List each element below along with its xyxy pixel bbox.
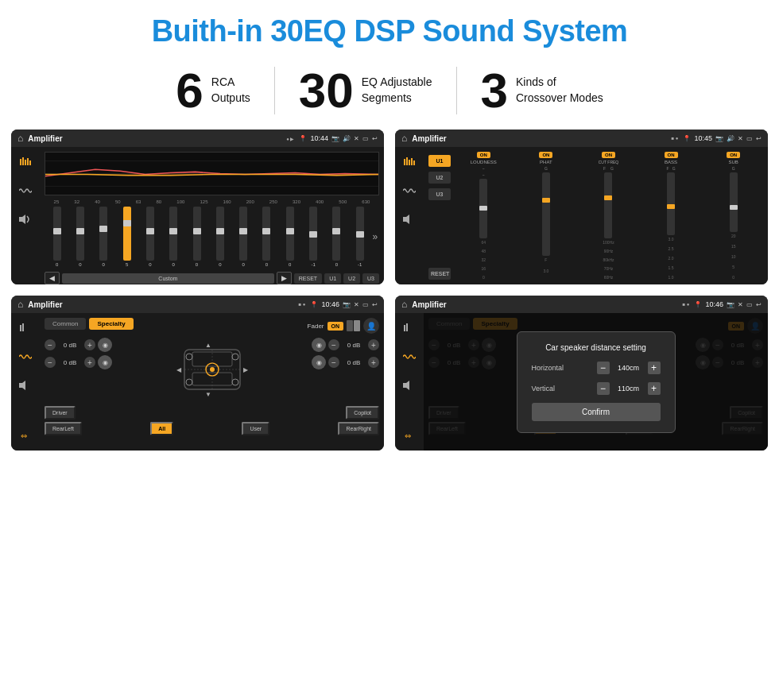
minus-btn-1[interactable]: − bbox=[45, 339, 56, 350]
preset-u2[interactable]: U2 bbox=[428, 172, 451, 184]
eq-u3-button[interactable]: U3 bbox=[362, 273, 379, 284]
copilot-button[interactable]: Copilot bbox=[346, 406, 379, 420]
wave-side-icon-3[interactable] bbox=[17, 348, 34, 365]
chevron-right-icon[interactable]: » bbox=[372, 231, 378, 242]
horizontal-value: 140cm bbox=[613, 364, 645, 372]
eq-side-icon-2[interactable] bbox=[401, 153, 418, 171]
plus-btn-1[interactable]: + bbox=[84, 339, 95, 350]
dot-icon-4: ■ ● bbox=[683, 302, 690, 307]
band-phat: ON PHAT G F3.0 bbox=[517, 152, 576, 280]
minus-btn-3[interactable]: − bbox=[328, 339, 339, 350]
driver-button[interactable]: Driver bbox=[45, 406, 76, 420]
eq-side-icon-3[interactable] bbox=[17, 319, 34, 337]
reset-btn-2[interactable]: RESET bbox=[428, 268, 451, 280]
confirm-button[interactable]: Confirm bbox=[532, 403, 661, 421]
home-icon-4[interactable]: ⌂ bbox=[401, 299, 407, 310]
eq-slider-10[interactable]: 0 bbox=[256, 207, 277, 267]
home-icon-1[interactable]: ⌂ bbox=[17, 133, 23, 144]
vertical-minus[interactable]: − bbox=[597, 382, 610, 395]
wave-side-icon-4[interactable] bbox=[401, 348, 418, 365]
spread-icon-3[interactable]: ⇔ bbox=[17, 427, 34, 444]
band-name-phat: PHAT bbox=[540, 160, 552, 164]
band-name-loudness: LOUDNESS bbox=[471, 160, 497, 164]
vol-side-icon-3[interactable] bbox=[17, 377, 34, 394]
eq-side-icon-1[interactable] bbox=[17, 153, 34, 171]
band-slider-sub[interactable] bbox=[730, 172, 738, 232]
eq-prev-button[interactable]: ◀ bbox=[45, 272, 60, 284]
side-icons-4: ⇔ bbox=[395, 313, 424, 451]
eq-slider-8[interactable]: 0 bbox=[209, 207, 231, 267]
eq-slider-13[interactable]: 0 bbox=[326, 207, 347, 267]
plus-btn-3[interactable]: + bbox=[368, 339, 379, 350]
horizontal-minus[interactable]: − bbox=[597, 362, 610, 374]
home-icon-2[interactable]: ⌂ bbox=[401, 133, 407, 144]
eq-slider-6[interactable]: 0 bbox=[163, 207, 184, 267]
minus-btn-4[interactable]: − bbox=[328, 357, 339, 368]
back-icon-4[interactable]: ↩ bbox=[756, 301, 762, 308]
eq-slider-2[interactable]: 0 bbox=[69, 207, 91, 267]
vertical-plus[interactable]: + bbox=[648, 382, 661, 395]
back-icon-2[interactable]: ↩ bbox=[756, 135, 762, 142]
eq-slider-3[interactable]: 0 bbox=[93, 207, 114, 267]
svg-point-26 bbox=[232, 354, 238, 360]
all-button[interactable]: All bbox=[150, 422, 173, 435]
eq-reset-button[interactable]: RESET bbox=[294, 273, 322, 284]
vol-side-icon-1[interactable] bbox=[17, 211, 34, 228]
svg-text:◀: ◀ bbox=[176, 366, 182, 373]
fader-tabs: Common Specialty bbox=[45, 318, 134, 330]
vol-side-icon-2[interactable] bbox=[401, 211, 418, 228]
spread-icon-4[interactable]: ⇔ bbox=[401, 427, 418, 444]
band-on-bass[interactable]: ON bbox=[665, 152, 678, 158]
eq-u1-button[interactable]: U1 bbox=[324, 273, 341, 284]
wave-side-icon-1[interactable] bbox=[17, 182, 34, 199]
plus-btn-2[interactable]: + bbox=[84, 357, 95, 368]
eq-freq-labels: 25 32 40 50 63 80 100 125 160 200 250 32… bbox=[45, 199, 379, 205]
band-on-phat[interactable]: ON bbox=[539, 152, 552, 158]
eq-slider-12[interactable]: -1 bbox=[302, 207, 324, 267]
plus-btn-4[interactable]: + bbox=[368, 357, 379, 368]
band-on-cutfreq[interactable]: ON bbox=[602, 152, 615, 158]
preset-u1[interactable]: U1 bbox=[428, 155, 451, 167]
horizontal-label: Horizontal bbox=[532, 364, 564, 372]
wave-side-icon-2[interactable] bbox=[401, 182, 418, 199]
tab-specialty[interactable]: Specialty bbox=[89, 318, 133, 330]
eq-slider-14[interactable]: -1 bbox=[349, 207, 370, 267]
vertical-label: Vertical bbox=[532, 385, 556, 393]
user-button[interactable]: User bbox=[242, 422, 269, 435]
rearleft-button[interactable]: RearLeft bbox=[45, 422, 82, 435]
horizontal-plus[interactable]: + bbox=[648, 362, 661, 374]
vertical-row: Vertical − 110cm + bbox=[532, 382, 661, 395]
band-slider-phat[interactable] bbox=[542, 172, 550, 256]
svg-text:⇔: ⇔ bbox=[405, 431, 411, 440]
user-icon-3[interactable]: 👤 bbox=[363, 318, 379, 334]
dialog-title: Car speaker distance setting bbox=[532, 343, 661, 352]
svg-rect-10 bbox=[406, 157, 408, 165]
fader-on-badge[interactable]: ON bbox=[327, 322, 344, 331]
rearright-button[interactable]: RearRight bbox=[338, 422, 379, 435]
amp2-bands: ON LOUDNESS ~~ 644832160 bbox=[454, 152, 763, 280]
eq-u2-button[interactable]: U2 bbox=[343, 273, 360, 284]
eq-slider-1[interactable]: 0 bbox=[46, 207, 68, 267]
minus-btn-2[interactable]: − bbox=[45, 357, 56, 368]
band-slider-bass[interactable] bbox=[667, 172, 675, 235]
eq-next-button[interactable]: ▶ bbox=[277, 272, 292, 284]
svg-rect-11 bbox=[409, 160, 410, 165]
x-icon-4: ✕ bbox=[738, 301, 743, 308]
home-icon-3[interactable]: ⌂ bbox=[17, 299, 23, 310]
back-icon-1[interactable]: ↩ bbox=[372, 135, 378, 142]
status-time-1: 10:44 bbox=[310, 134, 328, 142]
vol-side-icon-4[interactable] bbox=[401, 377, 418, 394]
eq-slider-9[interactable]: 0 bbox=[233, 207, 254, 267]
eq-slider-11[interactable]: 0 bbox=[279, 207, 300, 267]
eq-slider-5[interactable]: 0 bbox=[139, 207, 161, 267]
back-icon-3[interactable]: ↩ bbox=[372, 301, 378, 308]
eq-slider-7[interactable]: 0 bbox=[186, 207, 207, 267]
eq-side-icon-4[interactable] bbox=[401, 319, 418, 337]
band-slider-cutfreq[interactable] bbox=[604, 172, 612, 238]
band-on-loudness[interactable]: ON bbox=[477, 152, 490, 158]
preset-u3[interactable]: U3 bbox=[428, 188, 451, 200]
band-slider-loudness[interactable] bbox=[479, 179, 487, 238]
tab-common[interactable]: Common bbox=[45, 318, 86, 330]
eq-slider-4[interactable]: 5 bbox=[116, 207, 138, 267]
band-on-sub[interactable]: ON bbox=[727, 152, 740, 158]
